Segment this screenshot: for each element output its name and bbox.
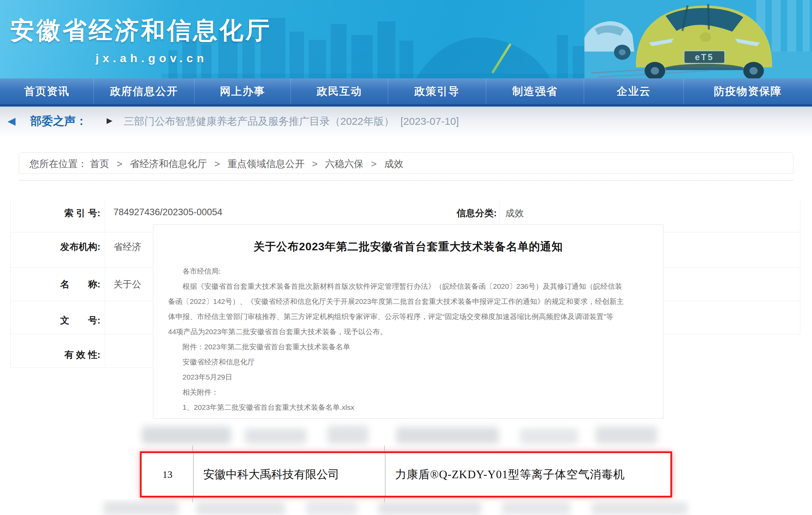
row-number-cell: 13 — [142, 453, 193, 496]
notice-date: 2023年5月29日 — [168, 370, 648, 385]
meta-value-category: 成效 — [505, 207, 524, 219]
notice-attachment-ref: 附件：2023年第二批安徽省首台套重大技术装备名单 — [168, 339, 648, 354]
meta-value-name: 关于公 — [113, 278, 141, 291]
related-attachments-label: 相关附件： — [168, 385, 648, 400]
nav-item-interaction[interactable]: 政民互动 — [290, 78, 388, 104]
meta-row-line-right — [663, 267, 800, 268]
nav-item-epidemic[interactable]: 防疫物资保障 — [683, 78, 812, 104]
table-gridline-stub — [193, 446, 193, 451]
meta-label-docno: 文 号: — [10, 314, 100, 327]
breadcrumb-prefix: 您所在位置： — [30, 158, 87, 169]
breadcrumb-separator: > — [312, 158, 317, 169]
breadcrumb: 您所在位置： 首页 > 省经济和信息化厅 > 重点领域信息公开 > 六稳六保 >… — [30, 157, 403, 171]
highlighted-table-row: 13 安徽中科大禹科技有限公司 力康盾®Q-ZKDY-Y01型等离子体空气消毒机 — [140, 451, 672, 497]
notice-line: 备函〔2022〕142号）、《安徽省经济和信息化厅关于开展2023年度第二批首台… — [168, 294, 648, 309]
ticker-headline-link[interactable]: 三部门公布智慧健康养老产品及服务推广目录（2022年版）[2023-07-10] — [124, 114, 459, 129]
nav-item-cloud[interactable]: 企业云 — [584, 78, 683, 104]
breadcrumb-key-info[interactable]: 重点领域信息公开 — [228, 158, 305, 169]
meta-row-line — [10, 368, 153, 368]
meta-value-agency: 省经济 — [113, 241, 141, 253]
meta-row-line-right — [663, 232, 800, 232]
meta-label-index: 索 引 号: — [10, 207, 100, 219]
ticker-headline-text: 三部门公布智慧健康养老产品及服务推广目录（2022年版） — [124, 116, 394, 127]
nav-item-policy[interactable]: 政策引导 — [388, 78, 486, 104]
meta-row-line — [10, 334, 153, 334]
nav-item-manufacture[interactable]: 制造强省 — [486, 78, 584, 104]
meta-right-border — [800, 200, 800, 334]
nav-item-online[interactable]: 网上办事 — [194, 78, 290, 104]
blurred-table-content — [135, 420, 666, 450]
factory-car-photo: eT5 — [584, 0, 812, 78]
breadcrumb-six[interactable]: 六稳六保 — [325, 158, 364, 169]
site-banner: eT5 安徽省经济和信息化厅 jx.ah.gov.cn — [0, 0, 812, 78]
dotted-divider — [19, 180, 793, 181]
page: eT5 安徽省经济和信息化厅 jx.ah.gov.cn 首页资讯 政府信息公开 … — [0, 0, 812, 515]
ticker-date: [2023-07-10] — [400, 116, 459, 127]
breadcrumb-separator: > — [214, 158, 220, 169]
nav-bottom-strip — [0, 104, 812, 107]
notice-line: 44项产品为2023年第二批安徽省首台套重大技术装备，现予以公布。 — [168, 324, 648, 339]
breadcrumb-box: 您所在位置： 首页 > 省经济和信息化厅 > 重点领域信息公开 > 六稳六保 >… — [19, 152, 793, 174]
site-domain: jx.ah.gov.cn — [96, 52, 208, 65]
news-ticker: ◀ 部委之声： ▶ 三部门公布智慧健康养老产品及服务推广目录（2022年版）[2… — [0, 107, 812, 136]
meta-label-category: 信息分类: — [445, 207, 497, 219]
breadcrumb-home[interactable]: 首页 — [90, 158, 109, 169]
notice-line: 各市经信局: — [168, 264, 648, 279]
breadcrumb-dept[interactable]: 省经济和信息化厅 — [130, 158, 207, 169]
row-product-cell: 力康盾®Q-ZKDY-Y01型等离子体空气消毒机 — [385, 453, 670, 496]
table-gridline-stub — [384, 446, 385, 451]
notice-line: 根据《安徽省首台套重大技术装备首批次新材料首版次软件评定管理暂行办法》（皖经信装… — [168, 279, 648, 294]
notice-document-card: 关于公布2023年第二批安徽省首台套重大技术装备名单的通知 各市经信局: 根据《… — [153, 224, 663, 419]
main-nav: 首页资讯 政府信息公开 网上办事 政民互动 政策引导 制造强省 企业云 防疫物资… — [0, 78, 812, 104]
breadcrumb-result[interactable]: 成效 — [384, 158, 403, 169]
meta-row-line — [10, 267, 153, 268]
ticker-arrow-icon: ▶ — [107, 116, 112, 125]
meta-row-line-right — [663, 334, 800, 334]
meta-row-line-right — [663, 301, 800, 301]
breadcrumb-separator: > — [117, 158, 122, 169]
row-company-cell: 安徽中科大禹科技有限公司 — [193, 453, 385, 496]
ticker-section-label: 部委之声： — [30, 113, 87, 129]
meta-label-agency: 发布机构: — [10, 241, 100, 253]
site-title: 安徽省经济和信息化厅 — [10, 14, 272, 47]
notice-title: 关于公布2023年第二批安徽省首台套重大技术装备名单的通知 — [153, 239, 663, 254]
meta-value-index: 784927436/202305-00054 — [113, 207, 222, 218]
nav-item-home[interactable]: 首页资讯 — [0, 78, 94, 104]
blurred-bottom-content — [93, 499, 724, 515]
meta-label-validity: 有 效 性: — [10, 349, 100, 361]
meta-row-line — [10, 232, 153, 232]
meta-col-divider — [105, 200, 105, 368]
notice-line: 体申报、市经信主管部门审核推荐、第三方评定机构组织专家评审、公示等程序，评定“固… — [168, 309, 648, 324]
meta-label-name: 名 称: — [10, 278, 100, 291]
ticker-prev-icon[interactable]: ◀ — [8, 115, 15, 127]
notice-issuer: 安徽省经济和信息化厅 — [168, 354, 648, 370]
breadcrumb-separator: > — [371, 158, 376, 169]
notice-body: 各市经信局: 根据《安徽省首台套重大技术装备首批次新材料首版次软件评定管理暂行办… — [168, 264, 648, 415]
meta-row-line — [10, 301, 153, 301]
nav-item-gov-info[interactable]: 政府信息公开 — [94, 78, 194, 104]
attachment-xlsx-link[interactable]: 1、2023年第二批安徽省首台套重大技术装备名单.xlsx — [168, 400, 648, 415]
